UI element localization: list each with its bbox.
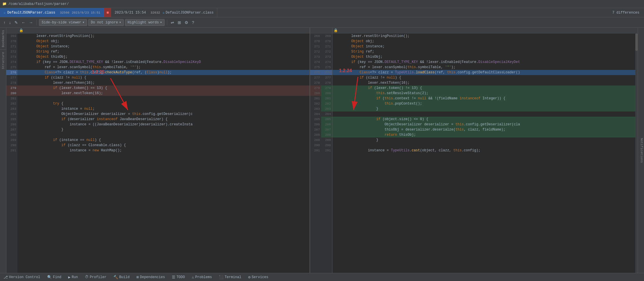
file-tabs-row: ☕ DefaultJSONParser.class 32566 2023/9/2… xyxy=(0,8,644,17)
dependencies-item[interactable]: ⊞ Dependencies xyxy=(135,275,166,280)
problems-item[interactable]: ⚠ Problems xyxy=(191,275,213,280)
toolbar: ↑ ↓ ✎ ← → Side-by-side viewer ▾ Do not i… xyxy=(0,17,644,28)
folder-icon: 📁 xyxy=(2,2,7,6)
services-label: Services xyxy=(252,275,268,279)
viewer-mode-dropdown[interactable]: Side-by-side viewer ▾ xyxy=(39,19,87,26)
services-item[interactable]: ⚙ Services xyxy=(247,275,269,280)
problems-label: Problems xyxy=(195,275,212,279)
ignore-mode-dropdown[interactable]: Do not ignore ▾ xyxy=(88,19,124,26)
help-button[interactable]: ? xyxy=(191,20,195,25)
todo-label: TODO xyxy=(176,275,185,279)
forward-button[interactable]: → xyxy=(28,20,34,25)
version-control-label: Version Control xyxy=(9,275,40,279)
terminal-item[interactable]: ⬛ Terminal xyxy=(218,275,242,280)
left-file-date: 2023/9/23 15:51 xyxy=(72,11,100,14)
left-line-numbers: 269 270 271 272 273 274 275 276 277 278 … xyxy=(6,34,17,273)
build-label: Build xyxy=(119,275,130,279)
ignore-dropdown-arrow: ▾ xyxy=(119,20,121,25)
version-control-icon: ⎇ xyxy=(3,275,8,280)
highlight-mode-label: Highlight words xyxy=(128,21,159,25)
right-sidebar: Notifications xyxy=(638,28,644,273)
settings-panel-button[interactable]: ⇌ xyxy=(170,20,175,25)
center-line-numbers: 269 270 271 272 273 274 275 276 277 278 … xyxy=(310,34,332,153)
status-bar: ⎇ Version Control 🔍 Find ▶ Run ⏱ Profile… xyxy=(0,273,644,281)
dependencies-label: Dependencies xyxy=(140,275,165,279)
left-file-name: DefaultJSONParser.class xyxy=(7,11,55,15)
problems-icon: ⚠ xyxy=(192,275,194,280)
right-file-size: 32632 xyxy=(150,11,160,14)
right-scrollbar[interactable] xyxy=(635,28,638,273)
highlight-dropdown-arrow: ▾ xyxy=(160,20,162,25)
highlight-mode-dropdown[interactable]: Highlight words ▾ xyxy=(125,19,165,26)
find-item[interactable]: 🔍 Find xyxy=(46,275,62,280)
build-icon: 🔨 xyxy=(113,275,118,280)
left-lock-icon: 🔒 xyxy=(19,28,23,33)
right-code-content: lexer.resetStringPosition(); Object obj;… xyxy=(332,34,636,273)
back-button[interactable]: ← xyxy=(20,20,27,25)
right-code-panel[interactable]: lexer.resetStringPosition(); Object obj;… xyxy=(332,34,636,273)
right-lock-icon: 🔒 xyxy=(334,28,338,33)
diff-count: 7 differences xyxy=(612,11,644,15)
left-sidebar: Bookmarks Structure xyxy=(0,28,6,273)
navigate-up-button[interactable]: ↑ xyxy=(2,20,7,25)
todo-icon: ☰ xyxy=(172,275,175,280)
viewer-mode-label: Side-by-side viewer xyxy=(42,21,81,25)
profiler-label: Profiler xyxy=(90,275,106,279)
center-gutter: 269 270 271 272 273 274 275 276 277 278 … xyxy=(310,28,332,273)
left-code-content: lexer.resetStringPosition(); Object obj;… xyxy=(17,34,310,273)
folder-path: /com/alibaba/fastjson/parser/ xyxy=(8,2,69,6)
notifications-label[interactable]: Notifications xyxy=(639,136,644,165)
right-file-tab[interactable]: 2023/9/21 15:54 32632 ☕ DefaultJSONParse… xyxy=(111,8,217,17)
ignore-mode-label: Do not ignore xyxy=(91,21,118,25)
dependencies-icon: ⊞ xyxy=(137,275,139,280)
left-file-tab[interactable]: ☕ DefaultJSONParser.class 32566 2023/9/2… xyxy=(0,8,104,17)
navigate-down-button[interactable]: ↓ xyxy=(8,20,12,25)
build-item[interactable]: 🔨 Build xyxy=(112,275,131,280)
right-file-name: DefaultJSONParser.class xyxy=(166,11,214,15)
find-icon: 🔍 xyxy=(47,275,52,280)
viewer-dropdown-arrow: ▾ xyxy=(82,20,84,25)
diff-indicator: ■ xyxy=(104,8,111,17)
terminal-icon: ⬛ xyxy=(219,275,223,280)
run-label: Run xyxy=(72,275,78,279)
gear-button[interactable]: ⚙ xyxy=(183,20,189,25)
right-file-date: 2023/9/21 15:54 xyxy=(115,11,146,15)
profiler-item[interactable]: ⏱ Profiler xyxy=(84,275,108,279)
version-control-item[interactable]: ⎇ Version Control xyxy=(2,275,41,280)
terminal-label: Terminal xyxy=(225,275,241,279)
left-code-panel[interactable]: 269 270 271 272 273 274 275 276 277 278 … xyxy=(6,34,310,273)
bookmarks-label[interactable]: Bookmarks xyxy=(1,28,5,49)
todo-item[interactable]: ☰ TODO xyxy=(171,275,186,280)
find-label: Find xyxy=(53,275,61,279)
services-icon: ⚙ xyxy=(248,275,251,280)
run-item[interactable]: ▶ Run xyxy=(67,275,79,280)
file-path-bar: 📁 /com/alibaba/fastjson/parser/ xyxy=(0,0,644,8)
align-button[interactable]: ⊞ xyxy=(176,20,182,25)
edit-button[interactable]: ✎ xyxy=(13,20,19,25)
run-icon: ▶ xyxy=(68,275,71,280)
profiler-icon: ⏱ xyxy=(85,275,89,279)
left-file-size: 32566 xyxy=(60,11,69,14)
structure-label[interactable]: Structure xyxy=(1,50,5,71)
